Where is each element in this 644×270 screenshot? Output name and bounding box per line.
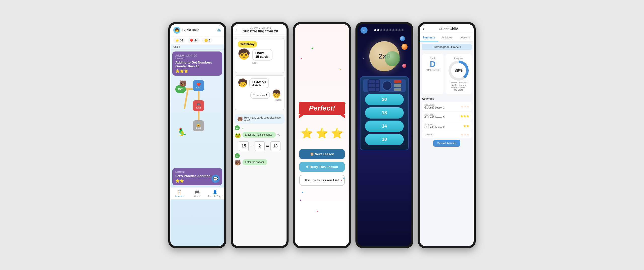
p5-activity-1-date: 2024/8/21 bbox=[424, 104, 459, 106]
settings-icon[interactable]: ⚙️ bbox=[217, 28, 221, 32]
phone-2-screen: ‹ G1: Unit 2 · Lesson 1 Substracting fro… bbox=[233, 24, 287, 246]
p1-lesson-stars: ⭐⭐⭐ bbox=[175, 69, 219, 73]
p1-node-lv2[interactable]: 🎮 Lv.2 bbox=[193, 100, 204, 111]
p5-grade-card: Rank D (51% correct) bbox=[422, 54, 444, 94]
p1-lesson-card-2[interactable]: Lesson 2 Let's Practice Addition! ⭐⭐ 💬 bbox=[172, 168, 222, 185]
p4-answer-14[interactable]: 14 bbox=[365, 121, 404, 132]
p2-comic-panel-2: 🧒 I'll give you2 cards. Thank you! 👦 Has… bbox=[235, 75, 285, 110]
ctrl-btn bbox=[376, 80, 379, 84]
p1-stat-coins: 🪙 3 bbox=[202, 38, 213, 43]
lessons-nav-label: Lessons bbox=[175, 195, 184, 197]
p3-banner-container: Perfect! bbox=[299, 102, 345, 122]
p4-answer-20[interactable]: 20 bbox=[365, 94, 404, 105]
parents-nav-label: Parents' Page bbox=[208, 195, 222, 197]
phone-4: ★ · ★ · ★ · · ★ · ← bbox=[355, 22, 413, 248]
p5-activity-1-stars: ☆ ☆ ☆ bbox=[461, 105, 469, 108]
p4-answer-10[interactable]: 10 bbox=[365, 134, 404, 145]
p2-character-name-2: Hasan bbox=[238, 99, 281, 101]
p2-math-num1: 15 bbox=[239, 141, 249, 151]
p4-back-button[interactable]: ← bbox=[360, 27, 368, 34]
p3-retry-btn[interactable]: ↺ Retry This Lesson bbox=[299, 162, 345, 172]
p2-math-equals: = bbox=[266, 143, 269, 149]
phone-3-screen: ✦ ● ▲ ★ ■ ✦ ● ★ ▲ ● Perfect! ⭐ ⭐ ⭐ bbox=[295, 24, 349, 246]
p4-control-grid bbox=[368, 79, 380, 92]
p4-dot-10 bbox=[401, 29, 404, 31]
p5-stats-row: Rank D (51% correct) Progress 39% Lesson… bbox=[420, 52, 474, 96]
p5-view-all-btn[interactable]: View All Activities bbox=[433, 140, 461, 147]
p1-node-lv1[interactable]: ❤️ Lv.1 bbox=[193, 80, 204, 91]
phone-4-screen: ★ · ★ · ★ · · ★ · ← bbox=[357, 24, 411, 246]
p2-child-char: 🧒 bbox=[238, 78, 248, 88]
p1-bird: 🦜 bbox=[178, 128, 187, 136]
p4-side-controls bbox=[394, 80, 401, 91]
p3-return-btn[interactable]: Return to Lesson List bbox=[299, 175, 345, 186]
p5-progress-label: Progress bbox=[454, 57, 463, 60]
go-label: GO! bbox=[178, 88, 183, 91]
p1-stats: ⭐ 33 ❤️ 64 🪙 3 bbox=[170, 36, 224, 44]
p4-answer-18[interactable]: 18 bbox=[365, 107, 404, 119]
p5-progress-percentage: 39% bbox=[455, 68, 463, 73]
p4-dot-6 bbox=[389, 29, 391, 31]
p5-activity-2-name: G1 Unit6 Lesson5 bbox=[424, 116, 458, 119]
p1-node-lv3[interactable]: 🔒 Lv.3 bbox=[193, 120, 204, 131]
game-nav-label: Game bbox=[194, 195, 200, 197]
p2-math-row: 15 − 2 = 13 bbox=[237, 141, 283, 151]
p1-nav-parents[interactable]: 👤 Parents' Page bbox=[206, 190, 224, 197]
p1-lesson-card-1[interactable]: Addition within 20 Lesson 1 Adding to Ge… bbox=[172, 51, 222, 76]
p2-frog-char: 🐸 bbox=[235, 132, 241, 138]
p5-tab-activities[interactable]: Activities bbox=[438, 34, 456, 41]
heart-small-icon: ❤️ bbox=[196, 82, 201, 86]
planet-red bbox=[402, 64, 406, 68]
p2-speech-bubble-2: I'll give you2 cards. bbox=[249, 78, 269, 88]
phone-3: ✦ ● ▲ ★ ■ ✦ ● ★ ▲ ● Perfect! ⭐ ⭐ ⭐ bbox=[293, 22, 351, 248]
p5-activity-3-name: G1 Unit3 Lesson2 bbox=[424, 126, 461, 129]
ctrl-btn bbox=[372, 88, 376, 91]
p2-prompt-row: 🐻 Enter the answer. bbox=[235, 159, 285, 167]
p5-back-button[interactable]: ‹ bbox=[423, 27, 424, 31]
p5-activity-2-info: 2024/8/13 G1 Unit6 Lesson5 bbox=[424, 114, 458, 119]
p2-prompt-bubble: Enter the answer. bbox=[243, 159, 267, 165]
p4-dot-4 bbox=[383, 29, 385, 31]
p5-header: ‹ Guest Child bbox=[420, 24, 474, 34]
p5-tabs: Summary Activities Lessons bbox=[420, 34, 474, 42]
back-button[interactable]: ‹ bbox=[236, 27, 237, 32]
p5-tab-summary[interactable]: Summary bbox=[420, 34, 438, 41]
p2-title: Substracting from 20 bbox=[236, 29, 284, 33]
p1-nav-lessons[interactable]: 📋 Lessons bbox=[170, 190, 188, 197]
p1-stars-value: 33 bbox=[180, 39, 183, 42]
planet-green bbox=[385, 51, 400, 66]
p1-hearts-value: 64 bbox=[194, 39, 197, 42]
p2-question-bubble: 🐻 How many cards does Lisa have now? bbox=[235, 114, 285, 124]
p2-answer-indicator-2: 01 bbox=[235, 153, 240, 158]
refresh-icon[interactable]: ↻ bbox=[277, 133, 280, 137]
p5-activity-1-info: 2024/8/21 G1 Unit2 Lesson1 bbox=[424, 104, 459, 109]
lv1-label: Lv.1 bbox=[196, 86, 200, 89]
p2-speech-bubble-3: Thank you! bbox=[250, 92, 270, 99]
p2-question-text: How many cards does Lisa have now? bbox=[244, 116, 282, 122]
p2-math-result: 13 bbox=[270, 141, 280, 151]
p1-lesson2-number: Lesson 2 bbox=[175, 171, 219, 173]
p5-tab-lessons[interactable]: Lessons bbox=[456, 34, 474, 41]
planet-orange bbox=[401, 44, 408, 50]
p5-activity-3-info: 2024/8/9 G1 Unit3 Lesson2 bbox=[424, 123, 461, 129]
phone-1: 🧒 Guest Child ⚙️ ⭐ 33 ❤️ 64 🪙 3 bbox=[168, 22, 226, 248]
p2-answer-indicator: 01 bbox=[235, 125, 240, 130]
p1-coins-value: 3 bbox=[209, 39, 211, 42]
p1-bear: 🐻 bbox=[179, 80, 187, 87]
p4-dot-3 bbox=[380, 29, 382, 31]
phone-2: ‹ G1: Unit 2 · Lesson 1 Substracting fro… bbox=[231, 22, 289, 248]
chat-icon[interactable]: 💬 bbox=[212, 175, 220, 183]
p3-next-lesson-btn[interactable]: 🏠 Next Lesson bbox=[299, 149, 345, 159]
avatar: 🧒 bbox=[173, 27, 180, 34]
p3-star-3: ⭐ bbox=[331, 127, 343, 139]
p4-cockpit: 20 18 14 10 bbox=[360, 76, 409, 150]
game-nav-icon: 🎮 bbox=[195, 190, 200, 194]
ctrl-btn bbox=[376, 84, 379, 87]
ctrl-btn bbox=[369, 84, 372, 87]
ctrl-gray bbox=[394, 84, 401, 87]
phone-1-screen: 🧒 Guest Child ⚙️ ⭐ 33 ❤️ 64 🪙 3 bbox=[170, 24, 224, 246]
p1-nav-game[interactable]: 🎮 Game bbox=[188, 190, 206, 197]
planet-blue bbox=[400, 36, 405, 41]
p4-cockpit-controls bbox=[363, 79, 406, 92]
p5-activity-3-stars: ⭐⭐ bbox=[463, 125, 469, 127]
